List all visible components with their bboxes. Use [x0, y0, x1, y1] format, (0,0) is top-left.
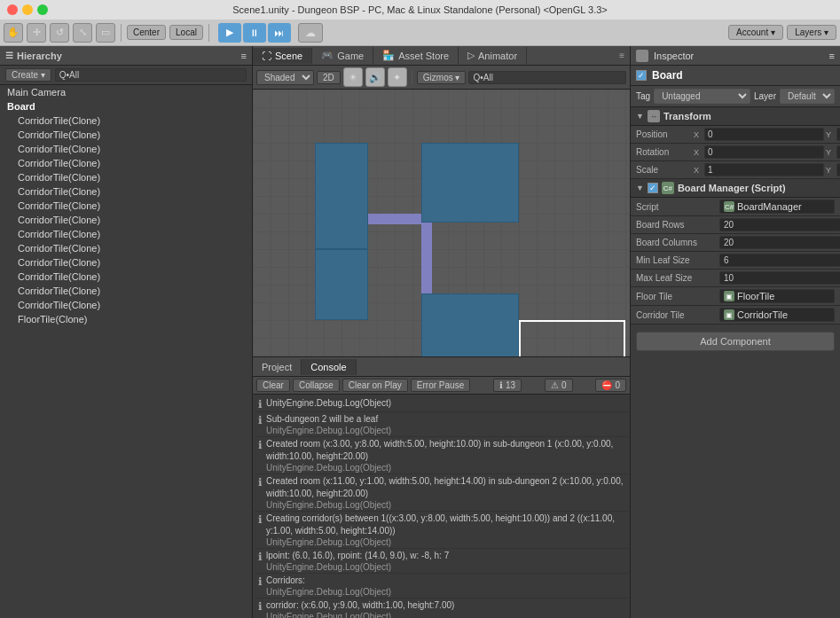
warn-count: 0 — [561, 380, 567, 390]
log-entry[interactable]: ℹCreating corridor(s) between 1((x:3.00,… — [255, 512, 628, 549]
tag-select[interactable]: Untagged — [654, 89, 750, 104]
collapse-button[interactable]: Collapse — [293, 379, 340, 392]
account-button[interactable]: Account ▾ — [728, 25, 783, 40]
scene-menu-icon[interactable]: ≡ — [614, 48, 630, 63]
hierarchy-item[interactable]: CorridorTile(Clone) — [0, 284, 252, 298]
floor-tile-ref[interactable]: ▣ FloorTile — [719, 289, 835, 303]
scene-search[interactable] — [468, 71, 626, 84]
inspector-menu[interactable]: ≡ — [829, 51, 835, 61]
rotation-x-input[interactable] — [704, 145, 824, 159]
cloud-button[interactable]: ☁ — [298, 23, 323, 43]
scale-tool-icon[interactable]: ⤡ — [73, 23, 92, 43]
audio-icon[interactable]: 🔊 — [365, 67, 385, 87]
transform-arrow-icon: ▼ — [636, 112, 644, 121]
max-leaf-input[interactable] — [719, 271, 840, 285]
log-info-icon: ℹ — [258, 439, 263, 451]
center-button[interactable]: Center — [127, 25, 166, 40]
min-leaf-input[interactable] — [719, 254, 840, 267]
board-rows-input[interactable] — [719, 218, 840, 231]
hierarchy-item[interactable]: CorridorTile(Clone) — [0, 184, 252, 199]
hierarchy-item[interactable]: CorridorTile(Clone) — [0, 199, 252, 213]
comp-active-checkbox[interactable]: ✓ — [648, 183, 658, 193]
2d-toggle[interactable]: 2D — [317, 71, 341, 84]
rotate-tool-icon[interactable]: ↺ — [50, 23, 69, 43]
hierarchy-item[interactable]: CorridorTile(Clone) — [0, 170, 252, 184]
close-button[interactable] — [7, 4, 18, 15]
rotation-y-input[interactable] — [836, 145, 840, 159]
add-component-button[interactable]: Add Component — [636, 332, 835, 351]
hierarchy-item[interactable]: Board — [0, 99, 252, 113]
log-entry[interactable]: ℹCreated room (x:3.00, y:8.00, width:5.0… — [255, 437, 628, 474]
log-entry[interactable]: ℹSub-dungeon 2 will be a leafUnityEngine… — [255, 412, 628, 437]
scale-row: Scale X Y Z — [631, 161, 840, 179]
script-ref[interactable]: C# BoardManager — [719, 199, 835, 214]
hierarchy-item[interactable]: CorridorTile(Clone) — [0, 142, 252, 156]
hierarchy-search[interactable] — [55, 68, 247, 82]
account-chevron-icon: ▾ — [771, 27, 775, 37]
tab-animator[interactable]: ▷ Animator — [459, 47, 527, 64]
hierarchy-item[interactable]: CorridorTile(Clone) — [0, 241, 252, 255]
log-sub-text: UnityEngine.Debug.Log(Object) — [266, 537, 624, 547]
log-entry[interactable]: ℹCorridors:UnityEngine.Debug.Log(Object) — [255, 574, 628, 598]
tab-console[interactable]: Console — [302, 359, 356, 375]
main-area: ☰ Hierarchy ≡ Create ▾ Main CameraBoardC… — [0, 46, 840, 618]
step-button[interactable]: ⏭ — [268, 23, 291, 43]
maximize-button[interactable] — [37, 4, 48, 15]
move-tool-icon[interactable]: ✛ — [27, 23, 46, 43]
error-pause-button[interactable]: Error Pause — [411, 379, 470, 392]
tab-project[interactable]: Project — [253, 359, 302, 375]
board-manager-header[interactable]: ▼ ✓ C# Board Manager (Script) — [631, 179, 840, 198]
hierarchy-item[interactable]: CorridorTile(Clone) — [0, 156, 252, 170]
hierarchy-item[interactable]: CorridorTile(Clone) — [0, 298, 252, 312]
game-icon: 🎮 — [321, 50, 334, 61]
position-y-input[interactable] — [836, 128, 840, 141]
hierarchy-item[interactable]: CorridorTile(Clone) — [0, 227, 252, 241]
shading-select[interactable]: Shaded — [256, 70, 314, 85]
play-button[interactable]: ▶ — [218, 23, 241, 43]
log-entry[interactable]: ℹUnityEngine.Debug.Log(Object) — [255, 396, 628, 412]
log-info-icon: ℹ — [258, 551, 263, 563]
hierarchy-item[interactable]: CorridorTile(Clone) — [0, 270, 252, 284]
tab-asset-store[interactable]: 🏪 Asset Store — [373, 47, 459, 64]
corridor-tile-label: Corridor Tile — [636, 310, 716, 320]
tab-scene[interactable]: ⛶ Scene — [253, 48, 312, 64]
log-entry[interactable]: ℹlpoint: (6.0, 16.0), rpoint: (14.0, 9.0… — [255, 549, 628, 574]
scale-x-input[interactable] — [704, 163, 824, 176]
scale-y-input[interactable] — [836, 163, 840, 176]
hierarchy-item[interactable]: Main Camera — [0, 85, 252, 99]
floor-tile-row: Floor Tile ▣ FloorTile — [631, 287, 840, 306]
rect-tool-icon[interactable]: ▭ — [96, 23, 115, 43]
corridor-tile-ref[interactable]: ▣ CorridorTile — [719, 308, 835, 322]
error-pause-label: Error Pause — [417, 380, 464, 390]
create-button[interactable]: Create ▾ — [5, 68, 51, 82]
hand-tool-icon[interactable]: ✋ — [4, 23, 23, 43]
log-text: Sub-dungeon 2 will be a leaf — [266, 413, 391, 426]
clear-button[interactable]: Clear — [256, 379, 290, 392]
rot-y-label: Y — [826, 148, 835, 157]
gizmos-button[interactable]: Gizmos ▾ — [417, 71, 467, 84]
console-log[interactable]: ℹUnityEngine.Debug.Log(Object)ℹSub-dunge… — [253, 395, 630, 618]
position-x-input[interactable] — [704, 128, 824, 141]
local-button[interactable]: Local — [169, 25, 203, 40]
hierarchy-item[interactable]: CorridorTile(Clone) — [0, 255, 252, 270]
effects-icon[interactable]: ✦ — [388, 67, 407, 87]
scene-view[interactable] — [253, 90, 630, 356]
hierarchy-menu-icon[interactable]: ≡ — [241, 51, 247, 61]
log-entry[interactable]: ℹCreated room (x:11.00, y:1.00, width:5.… — [255, 474, 628, 512]
layer-select[interactable]: Default — [780, 89, 835, 104]
board-columns-input[interactable] — [719, 236, 840, 249]
clear-on-play-button[interactable]: Clear on Play — [342, 379, 408, 392]
pause-button[interactable]: ⏸ — [243, 23, 266, 43]
transform-section-header[interactable]: ▼ ↔ Transform — [631, 107, 840, 126]
minimize-button[interactable] — [22, 4, 33, 15]
hierarchy-item[interactable]: FloorTile(Clone) — [0, 312, 252, 326]
lighting-icon[interactable]: ☀ — [343, 67, 363, 87]
active-checkbox[interactable]: ✓ — [636, 70, 647, 81]
tab-game[interactable]: 🎮 Game — [312, 47, 373, 64]
log-entry[interactable]: ℹcorridor: (x:6.00, y:9.00, width:1.00, … — [255, 598, 628, 618]
layers-button[interactable]: Layers ▾ — [787, 25, 836, 40]
hierarchy-item[interactable]: CorridorTile(Clone) — [0, 113, 252, 128]
hierarchy-item[interactable]: CorridorTile(Clone) — [0, 128, 252, 142]
separator2 — [208, 24, 209, 42]
hierarchy-item[interactable]: CorridorTile(Clone) — [0, 213, 252, 227]
